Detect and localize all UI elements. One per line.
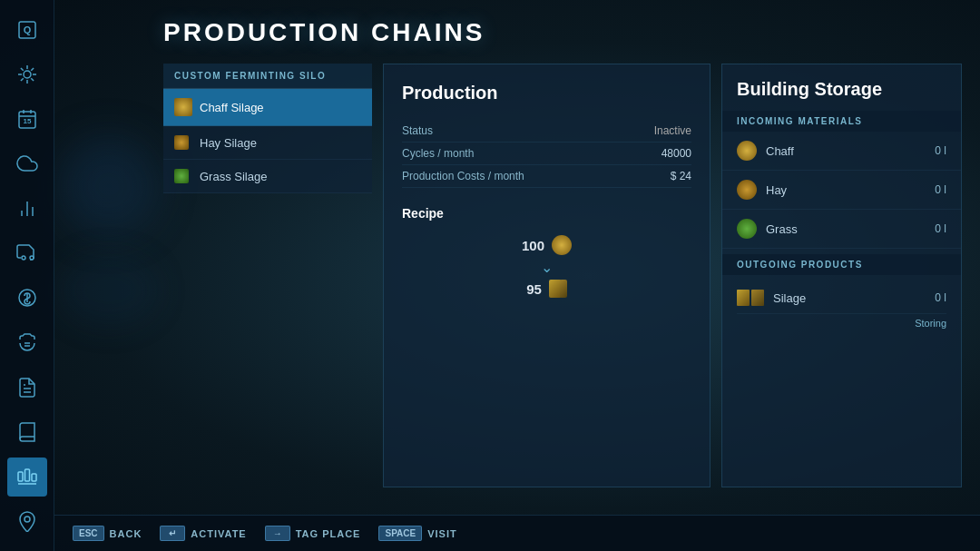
silage-icon-2 [751, 290, 764, 306]
silage-icon-pair [737, 290, 764, 306]
stat-value-status: Inactive [654, 124, 691, 137]
recipe-output-amount: 95 [526, 281, 542, 297]
back-label: BACK [110, 528, 142, 539]
silage-icon-1 [737, 290, 750, 306]
svg-text:Q: Q [23, 25, 31, 35]
recipe-output: 95 [526, 280, 567, 298]
svg-line-8 [31, 78, 34, 81]
key-binding-activate: ↵ ACTIVATE [160, 526, 246, 541]
hay-silage-label: Hay Silage [200, 136, 257, 150]
svg-line-7 [20, 68, 23, 71]
recipe-section: Recipe 100 ⌄ 95 [402, 206, 691, 298]
stat-row-costs: Production Costs / month $ 24 [402, 165, 691, 188]
sidebar-item-finance[interactable] [7, 279, 47, 318]
stat-value-costs: $ 24 [671, 170, 691, 182]
sidebar-item-contracts[interactable] [7, 368, 47, 407]
recipe-output-icon-2 [560, 280, 567, 298]
grass-storage-icon [737, 219, 757, 239]
hay-storage-icon [737, 180, 757, 200]
stat-row-status: Status Inactive [402, 120, 691, 143]
sidebar-item-animals[interactable] [7, 323, 47, 362]
storage-item-chaff: Chaff 0 l [722, 132, 961, 171]
sidebar-item-calendar[interactable]: 15 [7, 100, 47, 139]
grass-silage-icon [174, 169, 189, 183]
key-binding-tag: → TAG PLACE [265, 526, 361, 541]
chain-item-grass-silage[interactable]: Grass Silage [163, 160, 372, 193]
visit-key-badge: SPACE [378, 526, 422, 541]
svg-rect-26 [24, 469, 29, 481]
storage-title: Building Storage [722, 64, 961, 111]
outgoing-item-silage: Silage 0 l Storing [722, 275, 961, 343]
main-content: PRODUCTION CHAINS CUSTOM FERMINTING SILO… [54, 0, 980, 515]
page-title: PRODUCTION CHAINS [163, 18, 962, 47]
incoming-header: INCOMING MATERIALS [722, 111, 961, 132]
panels-container: CUSTOM FERMINTING SILO Chaff Silage Hay … [163, 64, 962, 487]
storage-panel: Building Storage INCOMING MATERIALS Chaf… [721, 64, 962, 487]
chaff-storage-value: 0 l [935, 144, 946, 157]
sidebar-item-map[interactable] [7, 502, 47, 541]
grass-storage-value: 0 l [935, 222, 946, 235]
sidebar-item-vehicles[interactable] [7, 233, 47, 272]
svg-line-10 [31, 68, 34, 71]
svg-rect-25 [18, 472, 23, 481]
production-stats: Status Inactive Cycles / month 48000 Pro… [402, 120, 691, 188]
tag-label: TAG PLACE [296, 528, 361, 539]
activate-label: ACTIVATE [191, 528, 246, 539]
stat-label-status: Status [402, 124, 433, 137]
visit-label: VISIT [427, 528, 457, 539]
chain-list-panel: CUSTOM FERMINTING SILO Chaff Silage Hay … [163, 64, 372, 487]
svg-text:15: 15 [23, 117, 31, 125]
svg-point-2 [24, 71, 31, 78]
svg-point-19 [22, 256, 25, 260]
chaff-storage-icon [737, 141, 757, 161]
svg-point-20 [30, 256, 34, 260]
sidebar: Q 15 [0, 0, 54, 551]
stat-label-costs: Production Costs / month [402, 170, 524, 182]
outgoing-header: OUTGOING PRODUCTS [722, 254, 961, 275]
svg-point-29 [24, 517, 30, 522]
chain-item-hay-silage[interactable]: Hay Silage [163, 126, 372, 160]
silage-value: 0 l [935, 291, 946, 304]
sidebar-item-stats[interactable] [7, 189, 47, 228]
recipe-label: Recipe [402, 206, 691, 221]
recipe-input-amount: 100 [522, 238, 544, 253]
sidebar-item-handbook[interactable] [7, 412, 47, 451]
grass-silage-label: Grass Silage [200, 170, 267, 183]
recipe-arrow-down: ⌄ [541, 259, 553, 276]
production-title: Production [402, 83, 691, 103]
sidebar-item-weather[interactable] [7, 144, 47, 183]
sidebar-item-farm[interactable] [7, 54, 47, 93]
storage-item-hay: Hay 0 l [722, 171, 961, 210]
stat-label-cycles: Cycles / month [402, 147, 474, 160]
bottom-bar: ESC BACK ↵ ACTIVATE → TAG PLACE SPACE VI… [54, 515, 980, 551]
storage-item-grass: Grass 0 l [722, 210, 961, 249]
stat-row-cycles: Cycles / month 48000 [402, 143, 691, 165]
silage-outgoing-row: Silage 0 l [737, 282, 946, 314]
recipe-content: 100 ⌄ 95 [402, 235, 691, 298]
hay-storage-name: Hay [766, 183, 926, 197]
recipe-input-icon [552, 235, 572, 255]
sidebar-item-quest[interactable]: Q [7, 10, 47, 49]
grass-storage-name: Grass [766, 222, 926, 236]
storing-label: Storing [915, 318, 946, 329]
svg-line-9 [20, 78, 23, 81]
hay-storage-value: 0 l [935, 183, 946, 196]
key-binding-visit: SPACE VISIT [378, 526, 456, 541]
esc-key-badge: ESC [73, 526, 104, 541]
activate-key-badge: ↵ [160, 526, 185, 541]
stat-value-cycles: 48000 [662, 147, 691, 160]
production-panel: Production Status Inactive Cycles / mont… [383, 64, 710, 487]
sidebar-item-production[interactable] [7, 458, 47, 497]
hay-silage-icon [174, 135, 189, 150]
chaff-storage-name: Chaff [766, 144, 926, 158]
svg-rect-27 [32, 474, 36, 481]
tag-key-badge: → [265, 526, 290, 541]
chain-item-chaff-silage[interactable]: Chaff Silage [163, 89, 372, 126]
recipe-input: 100 [522, 235, 572, 255]
chain-list-header: CUSTOM FERMINTING SILO [163, 64, 372, 89]
chaff-silage-icon [174, 98, 192, 116]
storing-row: Storing [737, 314, 946, 336]
silage-name: Silage [773, 291, 926, 305]
key-binding-esc: ESC BACK [73, 526, 142, 541]
chaff-silage-label: Chaff Silage [200, 101, 264, 114]
